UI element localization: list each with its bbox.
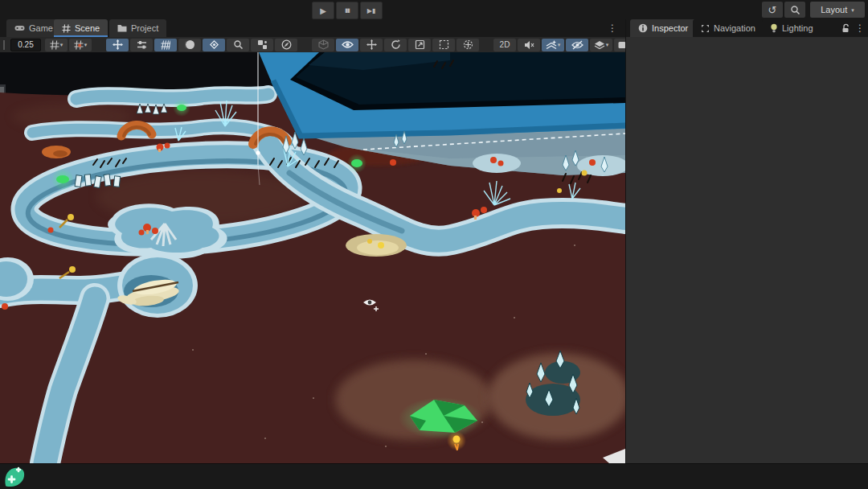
main-toolbar: ▶ ▮▮ ▶▮ ↺ Layout ▾: [0, 0, 868, 19]
play-controls: ▶ ▮▮ ▶▮: [312, 2, 383, 19]
chevron-down-icon: ▾: [851, 7, 854, 13]
tab-strip: Game Scene Project ⋮ Inspector: [0, 19, 868, 37]
layers-visibility-button[interactable]: ▾: [590, 39, 612, 51]
pan-arrows-icon: [366, 39, 377, 50]
scene-search-button[interactable]: [227, 39, 249, 51]
hidden-objects-button[interactable]: [566, 39, 588, 51]
search-icon: [790, 5, 800, 15]
undo-history-button[interactable]: ↺: [762, 2, 783, 18]
tab-inspector[interactable]: Inspector: [630, 19, 696, 37]
effects-layers-icon: [546, 40, 557, 50]
inspector-pane-menu-button[interactable]: ⋮: [854, 19, 866, 37]
inspector-panel-body: [626, 37, 868, 463]
layout-label: Layout: [821, 5, 847, 14]
rect-tool-icon: [439, 39, 449, 50]
eye-icon: [342, 40, 354, 49]
2d-mode-label: 2D: [500, 40, 510, 49]
view-pan-button[interactable]: [360, 39, 383, 51]
info-icon: [638, 23, 648, 33]
scale-icon: [415, 39, 425, 50]
tab-lighting-label: Lighting: [782, 23, 813, 33]
pause-button[interactable]: ▮▮: [336, 2, 358, 19]
tab-scene-label: Scene: [75, 23, 100, 33]
tab-lighting[interactable]: Lighting: [762, 19, 821, 37]
kebab-icon: ⋮: [608, 23, 617, 34]
rect-tool-button[interactable]: [432, 39, 455, 51]
layout-dropdown[interactable]: Layout ▾: [810, 2, 865, 18]
transform-gizmo-icon: [463, 39, 473, 50]
tool-settings-button[interactable]: [130, 39, 153, 51]
lightbulb-icon: [770, 23, 778, 33]
speaker-muted-icon: [524, 40, 534, 50]
play-button[interactable]: ▶: [312, 2, 334, 19]
unlock-icon: [841, 23, 850, 33]
search-button[interactable]: [784, 2, 805, 18]
tab-game[interactable]: Game: [6, 19, 61, 37]
scene-template-plus-icon[interactable]: [3, 466, 26, 488]
layers-icon: [594, 40, 605, 49]
scene-visibility-button[interactable]: [336, 39, 358, 51]
search-icon: [233, 39, 244, 50]
rotate-icon: [391, 39, 401, 50]
move-tool-button[interactable]: [106, 39, 129, 51]
pause-icon: ▮▮: [345, 7, 350, 14]
play-icon: ▶: [320, 6, 326, 15]
chevron-down-icon: ▾: [558, 42, 561, 47]
shaded-sphere-button[interactable]: [178, 39, 201, 51]
gamepad-icon: [14, 24, 25, 32]
step-icon: ▶▮: [367, 7, 376, 14]
hierarchy-boxes-icon: [257, 39, 268, 50]
navigation-icon: [701, 24, 710, 33]
move-icon: [113, 39, 123, 50]
grid-opacity-field[interactable]: [10, 39, 41, 51]
transform-tool-button[interactable]: [457, 39, 479, 51]
tab-game-label: Game: [29, 23, 53, 33]
folder-icon: [117, 24, 127, 32]
gameobject-select-button[interactable]: [251, 39, 273, 51]
history-icon: ↺: [768, 4, 777, 16]
hatch-grid-icon: [161, 40, 170, 50]
chevron-down-icon: ▾: [606, 42, 609, 47]
toolbar-drag-handle[interactable]: [3, 40, 5, 50]
cube-icon: [318, 39, 329, 50]
scene-viewport[interactable]: [0, 52, 625, 463]
tab-navigation-label: Navigation: [714, 23, 755, 33]
chevron-down-icon: ▾: [60, 42, 63, 47]
2d-mode-button[interactable]: 2D: [493, 39, 516, 51]
step-button[interactable]: ▶▮: [360, 2, 383, 19]
sliders-icon: [137, 40, 147, 50]
component-compass-button[interactable]: [275, 39, 297, 51]
grid-axis-icon: [50, 40, 59, 50]
tab-inspector-label: Inspector: [652, 23, 688, 33]
blue-base-structure[interactable]: [259, 52, 625, 138]
snap-increment-button[interactable]: ▾: [69, 39, 92, 51]
gizmo-cube-button[interactable]: [312, 39, 334, 51]
status-bar: [0, 463, 868, 489]
rotate-tool-button[interactable]: [384, 39, 407, 51]
tab-navigation[interactable]: Navigation: [693, 19, 764, 37]
unity-editor-window: ▶ ▮▮ ▶▮ ↺ Layout ▾ Game Scene: [0, 0, 868, 489]
grid-icon: [62, 24, 71, 33]
scene-view-toolbar: ▾ ▾: [0, 37, 625, 53]
scene-pane-menu-button[interactable]: ⋮: [606, 19, 619, 37]
kebab-icon: ⋮: [855, 23, 865, 34]
chevron-down-icon: ▾: [84, 42, 88, 47]
effects-toggle-button[interactable]: ▾: [542, 39, 564, 51]
snap-move-button[interactable]: [154, 39, 177, 51]
scale-tool-button[interactable]: [408, 39, 431, 51]
grid-visibility-button[interactable]: ▾: [45, 39, 68, 51]
eye-slash-icon: [571, 40, 583, 50]
tab-project[interactable]: Project: [109, 19, 166, 37]
diamond-eye-icon: [209, 39, 219, 50]
tab-project-label: Project: [131, 23, 158, 33]
compass-icon: [281, 39, 292, 50]
snap-grid-icon: [74, 40, 84, 50]
audio-mute-button[interactable]: [518, 39, 540, 51]
light-probe-button[interactable]: [203, 39, 225, 51]
tab-scene[interactable]: Scene: [54, 19, 108, 37]
inspector-lock-button[interactable]: [837, 19, 854, 37]
sphere-icon: [185, 39, 195, 50]
